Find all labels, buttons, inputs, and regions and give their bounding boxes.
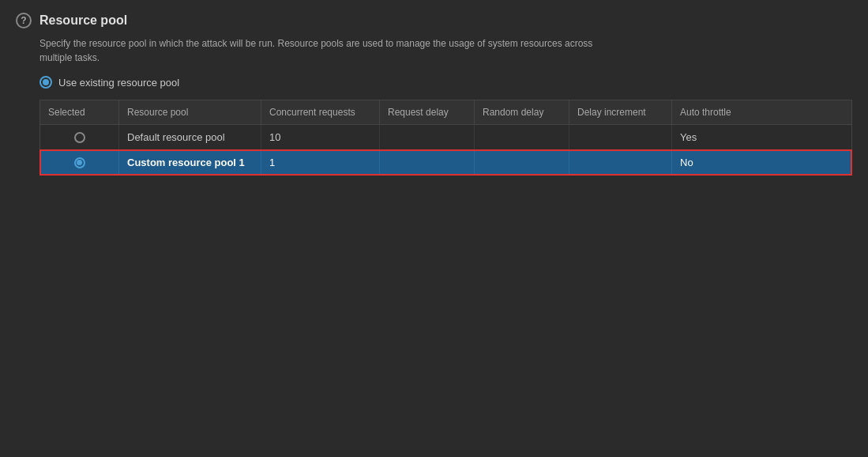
td-delay-increment-2	[569, 150, 672, 175]
resource-pool-table: Selected Resource pool Concurrent reques…	[39, 100, 852, 176]
page-title: Resource pool	[39, 13, 127, 28]
table-row[interactable]: Default resource pool 10 Yes	[40, 125, 851, 150]
row-radio-2[interactable]	[74, 157, 85, 168]
td-delay-increment-1	[569, 125, 672, 149]
td-auto-throttle-1: Yes	[672, 125, 759, 149]
td-resource-pool-1: Default resource pool	[119, 125, 261, 149]
td-concurrent-requests-2: 1	[261, 150, 380, 175]
use-existing-radio-button[interactable]	[39, 76, 52, 89]
col-header-request-delay: Request delay	[380, 100, 475, 124]
col-header-random-delay: Random delay	[475, 100, 569, 124]
td-selected-1[interactable]	[40, 125, 119, 149]
row-radio-inner-2	[77, 160, 82, 165]
td-auto-throttle-2: No	[672, 150, 759, 175]
td-resource-pool-2: Custom resource pool 1	[119, 150, 261, 175]
description: Specify the resource pool in which the a…	[16, 36, 852, 65]
col-header-selected: Selected	[40, 100, 119, 124]
row-radio-1[interactable]	[74, 132, 85, 143]
td-random-delay-2	[475, 150, 569, 175]
col-header-delay-increment: Delay increment	[569, 100, 672, 124]
col-header-auto-throttle: Auto throttle	[672, 100, 759, 124]
help-icon[interactable]: ?	[16, 13, 32, 28]
td-random-delay-1	[475, 125, 569, 149]
use-existing-radio-label: Use existing resource pool	[58, 77, 179, 89]
td-concurrent-requests-1: 10	[261, 125, 380, 149]
table-body: Default resource pool 10 Yes	[40, 125, 851, 175]
use-existing-radio-option[interactable]: Use existing resource pool	[16, 76, 852, 89]
radio-button-inner	[43, 79, 49, 85]
table-header: Selected Resource pool Concurrent reques…	[40, 100, 851, 125]
td-request-delay-2	[380, 150, 475, 175]
title-row: ? Resource pool	[16, 13, 852, 28]
page-container: ? Resource pool Specify the resource poo…	[0, 0, 868, 457]
col-header-resource-pool: Resource pool	[119, 100, 261, 124]
td-request-delay-1	[380, 125, 475, 149]
td-selected-2[interactable]	[40, 150, 119, 175]
col-header-concurrent-requests: Concurrent requests	[261, 100, 380, 124]
table-row[interactable]: Custom resource pool 1 1 No	[40, 150, 851, 175]
